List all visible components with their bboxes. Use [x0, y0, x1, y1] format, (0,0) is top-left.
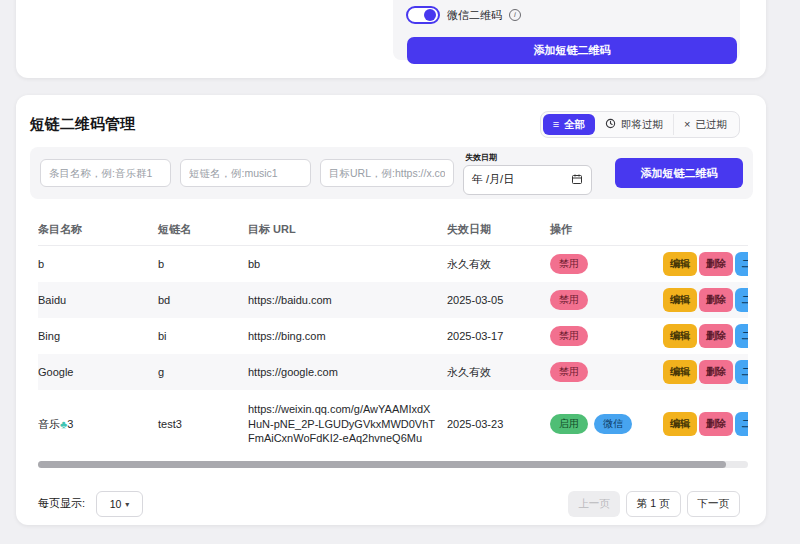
prev-page-button[interactable]: 上一页 — [568, 491, 620, 517]
filter-tab-all[interactable]: ≡ 全部 — [543, 114, 595, 135]
col-header-expiry: 失效日期 — [447, 222, 550, 237]
qrcode-button[interactable]: 二维码 — [735, 288, 748, 312]
slug: b — [158, 258, 248, 270]
filter-tab-expired[interactable]: × 已过期 — [673, 114, 737, 135]
delete-button[interactable]: 删除 — [699, 360, 733, 384]
caret-down-icon: ▾ — [125, 500, 129, 509]
per-page-label: 每页显示: — [38, 491, 85, 516]
expiry-date-input[interactable]: 年 /月/日 — [463, 165, 592, 195]
pagination: 上一页 第 1 页 下一页 — [568, 491, 740, 517]
target-url: https://bing.com — [248, 329, 447, 344]
slug: g — [158, 366, 248, 378]
qrcode-button[interactable]: 二维码 — [735, 252, 748, 276]
horizontal-scrollbar-thumb[interactable] — [38, 461, 726, 468]
next-page-button[interactable]: 下一页 — [687, 491, 741, 517]
entry-name-input[interactable] — [40, 159, 171, 187]
expiry-date-field: 失效日期 年 /月/日 — [463, 150, 592, 196]
shortlink-management-card: 短链二维码管理 ≡ 全部 即将过期 × 已过期 失效日期 年 /月/日 — [16, 95, 766, 525]
page-title: 短链二维码管理 — [30, 115, 135, 134]
entry-name: b — [38, 258, 158, 270]
table-row: b b bb 永久有效 禁用 编辑 删除 二维码 — [38, 246, 748, 282]
col-header-name: 条目名称 — [38, 222, 158, 237]
wechat-qr-toggle[interactable] — [406, 6, 440, 24]
add-shortlink-qrcode-button[interactable]: 添加短链二维码 — [407, 37, 737, 64]
expiry-date: 2025-03-17 — [447, 330, 550, 342]
per-page-value: 10 — [110, 498, 122, 510]
qrcode-button[interactable]: 二维码 — [735, 360, 748, 384]
per-page-select[interactable]: 10 ▾ — [96, 491, 143, 517]
edit-button[interactable]: 编辑 — [663, 252, 697, 276]
page-indicator: 第 1 页 — [626, 491, 681, 517]
entry-name: Bing — [38, 330, 158, 342]
toggle-knob — [424, 9, 436, 21]
filter-tabs: ≡ 全部 即将过期 × 已过期 — [540, 111, 740, 138]
date-value: 年 /月/日 — [472, 172, 514, 187]
qrcode-button[interactable]: 二维码 — [735, 324, 748, 348]
col-header-actions: 操作 — [550, 222, 663, 237]
horizontal-scrollbar-track[interactable] — [38, 461, 748, 468]
slug: bi — [158, 330, 248, 342]
filter-tab-label: 已过期 — [696, 118, 728, 132]
table-row: Google g https://google.com 永久有效 禁用 编辑 删… — [38, 354, 748, 390]
clock-icon — [605, 118, 616, 131]
add-entry-form: 失效日期 年 /月/日 添加短链二维码 — [30, 147, 753, 199]
entry-name: Google — [38, 366, 158, 378]
expiry-date: 永久有效 — [447, 365, 550, 380]
expiry-date: 永久有效 — [447, 257, 550, 272]
entry-name: Baidu — [38, 294, 158, 306]
slug: bd — [158, 294, 248, 306]
delete-button[interactable]: 删除 — [699, 324, 733, 348]
status-badge: 禁用 — [550, 326, 588, 346]
status-badge: 禁用 — [550, 254, 588, 274]
expiry-date-label: 失效日期 — [465, 152, 592, 163]
calendar-icon[interactable] — [571, 171, 583, 189]
target-url: https://baidu.com — [248, 293, 447, 308]
filter-tab-label: 即将过期 — [621, 118, 663, 132]
info-icon[interactable]: i — [509, 9, 521, 21]
edit-button[interactable]: 编辑 — [663, 412, 697, 436]
wechat-tag: 微信 — [594, 414, 632, 434]
delete-button[interactable]: 删除 — [699, 288, 733, 312]
close-icon: × — [684, 119, 690, 130]
entry-name: 音乐♣3 — [38, 417, 158, 432]
delete-button[interactable]: 删除 — [699, 252, 733, 276]
page: 微信二维码 i 添加短链二维码 短链二维码管理 ≡ 全部 即将过期 × 已过期 — [0, 0, 800, 544]
shortlink-table: 条目名称 短链名 目标 URL 失效日期 操作 b b bb 永久有效 禁用 编… — [38, 213, 748, 459]
toggle-label: 微信二维码 — [447, 8, 502, 23]
filter-tab-label: 全部 — [564, 118, 585, 132]
edit-button[interactable]: 编辑 — [663, 288, 697, 312]
target-url: https://google.com — [248, 365, 447, 380]
table-row: 音乐♣3 test3 https://weixin.qq.com/g/AwYAA… — [38, 390, 748, 458]
expiry-date: 2025-03-23 — [447, 418, 550, 430]
status-badge: 禁用 — [550, 290, 588, 310]
table-header-row: 条目名称 短链名 目标 URL 失效日期 操作 — [38, 213, 748, 246]
status-badge: 启用 — [550, 414, 588, 434]
target-url: https://weixin.qq.com/g/AwYAAMIxdXHuN-pN… — [248, 402, 447, 447]
add-shortlink-qrcode-submit-button[interactable]: 添加短链二维码 — [615, 158, 743, 188]
col-header-slug: 短链名 — [158, 222, 248, 237]
edit-button[interactable]: 编辑 — [663, 324, 697, 348]
qrcode-button[interactable]: 二维码 — [735, 412, 748, 436]
table-row: Bing bi https://bing.com 2025-03-17 禁用 编… — [38, 318, 748, 354]
slug-input[interactable] — [180, 159, 311, 187]
expiry-date: 2025-03-05 — [447, 294, 550, 306]
menu-icon: ≡ — [553, 119, 559, 130]
target-url-input[interactable] — [320, 159, 454, 187]
table-row: Baidu bd https://baidu.com 2025-03-05 禁用… — [38, 282, 748, 318]
target-url: bb — [248, 257, 447, 272]
slug: test3 — [158, 418, 248, 430]
edit-button[interactable]: 编辑 — [663, 360, 697, 384]
add-qrcode-card: 微信二维码 i 添加短链二维码 — [16, 0, 766, 78]
col-header-url: 目标 URL — [248, 222, 447, 237]
wechat-qr-panel: 微信二维码 i 添加短链二维码 — [393, 0, 740, 60]
status-badge: 禁用 — [550, 362, 588, 382]
filter-tab-expiring[interactable]: 即将过期 — [595, 114, 673, 135]
delete-button[interactable]: 删除 — [699, 412, 733, 436]
